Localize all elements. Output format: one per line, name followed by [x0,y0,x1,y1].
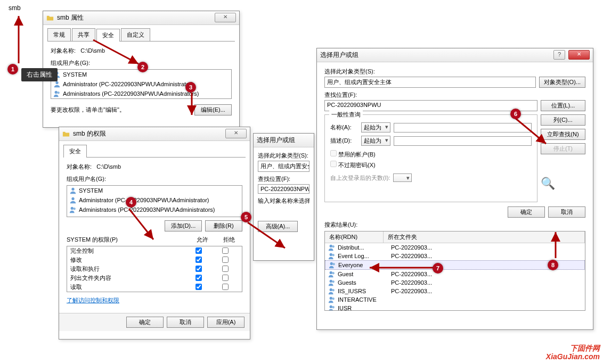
permissions-table: 完全控制 修改 读取和执行 列出文件夹内容 读取 [67,246,242,292]
tab-security[interactable]: 安全 [63,145,87,158]
close-icon[interactable]: ✕ [225,129,247,138]
loc-value: PC-20220903NPWU [258,184,309,194]
perm-row: 读取 [67,283,242,292]
svg-point-11 [332,254,334,256]
close-icon[interactable]: ✕ [215,13,236,22]
titlebar[interactable]: 选择用户或组 ? ✕ [317,48,593,62]
svg-line-29 [129,209,153,239]
folder-smb[interactable]: smb [6,4,21,12]
titlebar[interactable]: smb 的权限 ✕ [59,127,250,141]
allow-column: 允许 [189,236,216,244]
name-mode-select[interactable]: 起始为 [361,122,390,133]
arrow-icon [11,13,27,66]
lastlogin-label: 自上次登录后的天数(I): [330,174,390,182]
result-row[interactable]: INTERACTIVE [325,295,585,304]
step-marker: 5 [241,212,251,222]
user-list[interactable]: SYSTEM Administrator (PC-20220903NPWU\Ad… [51,69,232,99]
common-query-legend: 一般性查询 [329,111,363,119]
result-row[interactable]: IIS_IUSRSPC-20220903... [325,287,585,295]
loc-label: 查找位置(F): [258,175,309,183]
result-row[interactable]: GuestsPC-20220903... [325,278,585,287]
step-marker: 8 [548,260,558,270]
learn-link[interactable]: 了解访问控制和权限 [67,297,119,303]
locations-button[interactable]: 位置(L)... [541,100,585,111]
svg-point-14 [330,271,332,274]
tooltip-rightclick: 右击属性 [21,68,58,81]
arrow-icon [91,37,144,69]
help-icon[interactable]: ? [553,50,565,60]
type-value: 用户、组或内置安全... [258,161,309,172]
arrow-icon [186,92,202,118]
object-types-button[interactable]: 对象类型(O)... [539,77,585,88]
ok-button[interactable]: 确定 [508,206,545,218]
result-row[interactable]: GuestPC-20220903... [325,270,585,278]
tabs: 安全 [63,144,246,158]
step-marker: 6 [510,109,521,119]
allow-checkbox[interactable] [195,284,202,290]
allow-checkbox[interactable] [195,275,202,281]
svg-point-4 [71,188,74,191]
desc-mode-select[interactable]: 起始为 [361,136,390,146]
groups-label: 组或用户名(G): [67,175,242,183]
svg-point-19 [332,289,334,291]
loc-value: PC-20220903NPWU [324,100,537,111]
svg-point-15 [332,272,334,274]
folder-label: smb [9,4,21,12]
list-item: Administrators (PC-20220903NPWU\Administ… [51,89,231,98]
perm-row: 读取和执行 [67,264,242,274]
deny-checkbox[interactable] [222,266,229,272]
loc-label: 查找位置(F): [324,91,585,99]
deny-column: 拒绝 [216,236,242,244]
window-title: 选择用户或组 [320,51,358,60]
noexpire-checkbox[interactable]: 不过期密码(X) [330,162,376,168]
close-icon[interactable]: ✕ [568,50,590,60]
deny-checkbox[interactable] [222,284,229,290]
search-icon: 🔍 [541,177,585,191]
cancel-button[interactable]: 取消 [167,317,204,328]
svg-line-27 [93,40,138,64]
object-name-value: C:\D\smb [96,163,121,170]
deny-checkbox[interactable] [222,275,229,281]
add-button[interactable]: 添加(D)... [165,220,202,231]
result-row[interactable]: Everyone [325,260,585,270]
svg-point-2 [55,91,58,94]
list-item: Administrator (PC-20220903NPWU\Administr… [67,195,242,205]
deny-checkbox[interactable] [222,247,229,254]
deny-checkbox[interactable] [222,257,229,263]
col-name[interactable]: 名称(RDN) [325,231,384,243]
list-item: SYSTEM [67,186,242,195]
svg-point-20 [330,297,332,300]
svg-point-22 [330,305,332,308]
result-row[interactable]: IUSR [325,304,585,311]
tab-general[interactable]: 常规 [47,28,71,41]
titlebar[interactable]: smb 属性 ✕ [43,11,239,25]
allow-checkbox[interactable] [195,257,202,263]
lastlogin-select [393,173,411,182]
svg-point-1 [55,81,58,84]
edit-hint: 要更改权限，请单击"编辑"。 [51,106,125,114]
results-label: 搜索结果(U): [324,221,585,229]
apply-button[interactable]: 应用(A) [207,317,245,328]
ok-button[interactable]: 确定 [126,317,164,328]
type-label: 选择此对象类型(S): [324,68,585,76]
svg-point-12 [330,262,333,265]
arrow-icon [546,229,567,261]
step-marker: 4 [126,197,136,208]
allow-checkbox[interactable] [195,266,202,272]
step-marker: 1 [7,64,18,75]
cancel-button[interactable]: 取消 [548,206,585,218]
perm-row: 修改 [67,255,242,264]
svg-point-17 [332,280,334,283]
svg-point-6 [71,207,74,210]
perm-row: 列出文件夹内容 [67,274,242,283]
remove-button[interactable]: 删除(R) [205,220,242,231]
disabled-checkbox[interactable]: 禁用的帐户(B) [330,151,376,158]
svg-point-13 [332,263,335,265]
titlebar[interactable]: 选择用户或组 [254,134,314,147]
name-label: 输入对象名称来选择 [258,197,309,205]
name-label: 名称(A): [330,123,358,131]
type-value: 用户、组或内置安全主体 [324,77,536,88]
allow-checkbox[interactable] [195,247,202,254]
arrow-icon [245,221,293,253]
window-title: smb 的权限 [73,129,106,138]
